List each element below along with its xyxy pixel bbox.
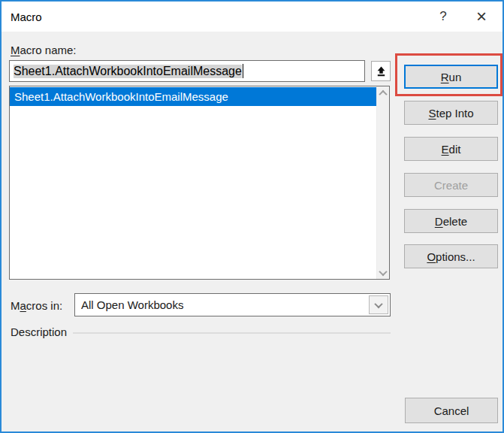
macro-name-input[interactable]: Sheet1.AttachWorkbookIntoEmailMessage <box>9 60 365 82</box>
cancel-button[interactable]: Cancel <box>405 398 498 423</box>
description-divider <box>73 332 391 334</box>
help-icon: ? <box>439 9 446 24</box>
step-into-button[interactable]: Step Into <box>404 101 498 125</box>
create-label: Create <box>434 179 468 192</box>
delete-button[interactable]: Delete <box>404 209 498 233</box>
run-label-accesskey: R <box>441 71 449 83</box>
chevron-down-icon <box>374 299 382 307</box>
macros-in-selected-value: All Open Workbooks <box>81 298 183 311</box>
macro-name-value: Sheet1.AttachWorkbookIntoEmailMessage <box>14 65 242 78</box>
create-button: Create <box>404 173 498 197</box>
titlebar-buttons: ? × <box>426 2 502 32</box>
macros-in-combobox[interactable]: All Open Workbooks <box>74 293 391 316</box>
macro-listbox[interactable]: Sheet1.AttachWorkbookIntoEmailMessage <box>9 86 390 280</box>
description-label: Description <box>11 326 67 338</box>
options-label-rest: ptions... <box>436 250 475 263</box>
help-button[interactable]: ? <box>426 2 460 32</box>
options-label-accesskey: O <box>427 250 436 263</box>
delete-label-accesskey: D <box>435 215 443 228</box>
text-caret <box>243 64 243 78</box>
macro-name-label: Macro name: <box>11 44 77 56</box>
dialog-title: Macro <box>11 11 42 23</box>
delete-label-rest: elete <box>443 215 468 228</box>
run-label-rest: un <box>449 71 462 83</box>
cancel-label: Cancel <box>434 404 469 417</box>
chevron-up-icon <box>379 89 387 98</box>
edit-label-accesskey: E <box>442 143 449 156</box>
close-button[interactable]: × <box>460 2 502 32</box>
up-arrow-from-bar-icon <box>376 65 387 77</box>
close-icon: × <box>476 6 487 27</box>
edit-label-rest: dit <box>449 143 461 156</box>
options-button[interactable]: Options... <box>404 244 498 268</box>
macros-in-label: Macros in: <box>11 299 62 312</box>
macro-dialog: Macro ? × Macro name: Sheet1.AttachWorkb… <box>0 0 504 433</box>
scroll-down-button[interactable] <box>377 266 390 279</box>
titlebar: Macro ? × <box>2 2 502 32</box>
combobox-drop-button[interactable] <box>369 295 388 314</box>
listbox-scrollbar[interactable] <box>376 86 389 279</box>
step-into-label-accesskey: S <box>428 107 436 120</box>
chevron-down-icon <box>379 267 387 275</box>
macro-name-label-rest: acro name: <box>20 44 77 56</box>
macros-in-label-rest: cros in: <box>26 299 62 312</box>
submit-macro-button[interactable] <box>371 61 391 81</box>
edit-button[interactable]: Edit <box>404 137 498 161</box>
macro-name-label-accesskey: M <box>11 44 20 56</box>
macros-in-label-pre: M <box>11 299 20 312</box>
run-button[interactable]: Run <box>404 65 498 89</box>
scroll-up-button[interactable] <box>377 86 390 99</box>
list-item[interactable]: Sheet1.AttachWorkbookIntoEmailMessage <box>10 87 376 106</box>
macros-in-label-accesskey: a <box>20 299 26 312</box>
step-into-label-rest: tep Into <box>436 107 473 120</box>
